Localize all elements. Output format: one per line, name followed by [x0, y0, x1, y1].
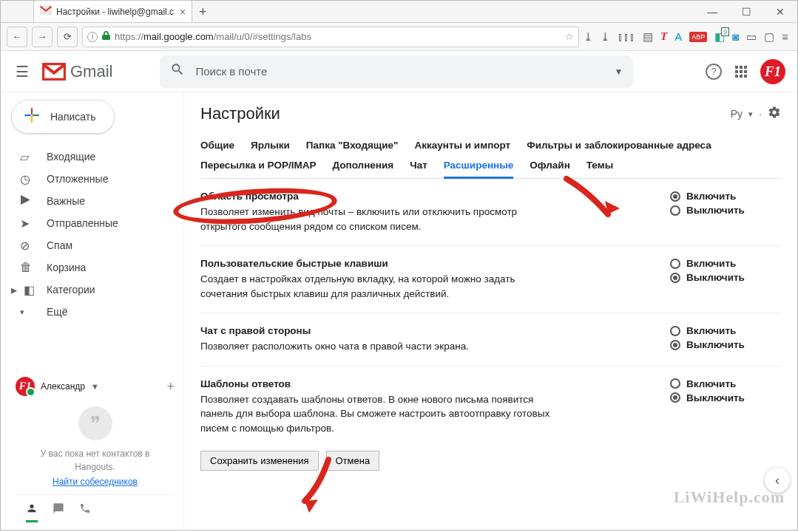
t-extension-icon[interactable]: T	[660, 30, 667, 43]
new-tab-button[interactable]: +	[192, 1, 213, 22]
important-icon: ⯈	[20, 194, 35, 208]
language-caret-icon[interactable]: ▾	[748, 109, 753, 119]
tab-offline[interactable]: Офлайн	[530, 160, 570, 178]
hangouts-dropdown-icon[interactable]: ▼	[91, 382, 99, 391]
clip-extension-icon[interactable]: ▢	[764, 30, 774, 44]
setting-title: Шаблоны ответов	[200, 378, 552, 389]
setting-row: Чат с правой стороны Позволяет расположи…	[200, 313, 781, 366]
sidebar-item-trash[interactable]: 🗑 Корзина	[7, 256, 183, 279]
nav-back-button[interactable]: ←	[7, 27, 27, 47]
abp-extension-icon[interactable]: ABP	[689, 32, 707, 42]
inbox-icon: ▱	[20, 150, 35, 164]
radio-disable[interactable]: Выключить	[670, 205, 781, 216]
site-info-icon[interactable]: i	[87, 32, 98, 42]
sidebar-item-inbox[interactable]: ▱ Входящие	[7, 146, 183, 168]
trash-icon: 🗑	[20, 261, 35, 274]
sidebar-item-important[interactable]: ⯈ Важные	[7, 190, 183, 212]
sidebar-item-categories[interactable]: ▸ ◧ Категории	[7, 279, 183, 301]
setting-desc: Создает в настройках отдельную вкладку, …	[200, 272, 552, 301]
gmail-logo-text: Gmail	[70, 62, 112, 81]
radio-disable[interactable]: Выключить	[670, 272, 781, 283]
nav-reload-button[interactable]: ⟳	[57, 27, 78, 47]
window-minimize-button[interactable]: —	[695, 1, 729, 23]
window-close-button[interactable]: ✕	[763, 1, 797, 23]
radio-icon	[670, 273, 680, 283]
tab-addons[interactable]: Дополнения	[332, 160, 393, 178]
spam-icon: ⊘	[20, 239, 35, 253]
window-maximize-button[interactable]: ☐	[729, 1, 763, 23]
search-input[interactable]: Поиск в почте	[195, 65, 603, 78]
setting-row: Пользовательские быстрые клавиши Создает…	[200, 246, 781, 313]
settings-main: Настройки Ру ▾ · Общие Ярлыки Папка "Вхо…	[184, 92, 797, 530]
cancel-button[interactable]: Отмена	[326, 451, 380, 471]
apps-grid-icon[interactable]	[735, 66, 747, 78]
tab-general[interactable]: Общие	[200, 140, 234, 151]
tab-chat[interactable]: Чат	[410, 160, 427, 178]
puzzle-extension-icon[interactable]: ◧	[714, 30, 725, 44]
setting-desc: Позволяет расположить окно чата в правой…	[200, 339, 552, 354]
library-icon[interactable]: ⫿⫿⫿	[618, 30, 635, 43]
browser-menu-icon[interactable]: ≡	[782, 30, 788, 43]
tab-filters[interactable]: Фильтры и заблокированные адреса	[527, 140, 711, 151]
app-header: ☰ Gmail Поиск в почте ▼ ? F1	[1, 51, 797, 92]
search-box[interactable]: Поиск в почте ▼	[160, 55, 633, 88]
hangouts-calls-tab[interactable]	[79, 502, 91, 522]
tab-themes[interactable]: Темы	[586, 160, 613, 178]
hangouts-find-link[interactable]: Найти собеседников	[16, 477, 175, 487]
gear-icon[interactable]	[768, 106, 781, 123]
tab-accounts[interactable]: Аккаунты и импорт	[414, 140, 510, 151]
sidebar-item-more[interactable]: ▾ Ещё	[7, 301, 183, 323]
hangouts-contacts-tab[interactable]	[26, 502, 38, 522]
hangouts-new-chat-button[interactable]: +	[166, 379, 175, 395]
download-icon-2[interactable]: ⤓	[601, 30, 610, 44]
tab-advanced[interactable]: Расширенные	[444, 160, 514, 179]
hangouts-empty-message: У вас пока нет контактов в Hangouts.	[16, 448, 175, 474]
tab-forwarding[interactable]: Пересылка и POP/IMAP	[200, 160, 316, 178]
help-icon[interactable]: ?	[706, 64, 722, 80]
compose-plus-icon	[22, 106, 41, 128]
download-icon[interactable]: ⤓	[584, 30, 593, 44]
radio-enable[interactable]: Включить	[670, 258, 781, 269]
url-bar[interactable]: i https://mail.google.com/mail/u/0/#sett…	[82, 27, 579, 47]
tab-close-icon[interactable]: ×	[180, 6, 186, 18]
radio-icon	[670, 378, 680, 389]
search-icon	[170, 62, 185, 81]
radio-enable[interactable]: Включить	[670, 191, 781, 202]
sidebar-item-sent[interactable]: ➤ Отправленные	[7, 212, 183, 234]
account-avatar[interactable]: F1	[760, 59, 785, 84]
main-menu-button[interactable]: ☰	[13, 60, 32, 83]
bookmark-star-icon[interactable]: ☆	[565, 31, 574, 42]
radio-icon	[670, 392, 680, 403]
save-button[interactable]: Сохранить изменения	[200, 451, 319, 471]
gmail-favicon	[40, 6, 52, 18]
language-label[interactable]: Ру	[731, 108, 743, 120]
nav-forward-button[interactable]: →	[32, 27, 53, 47]
radio-icon	[670, 259, 680, 269]
doc-extension-icon[interactable]: ▭	[746, 30, 757, 44]
hangouts-chats-tab[interactable]	[53, 502, 64, 522]
sidebar-item-spam[interactable]: ⊘ Спам	[7, 234, 183, 256]
categories-icon: ▸ ◧	[11, 283, 26, 297]
browser-tab[interactable]: Настройки - liwihelp@gmail.c ×	[33, 0, 192, 22]
reader-icon[interactable]: ▤	[643, 30, 653, 44]
radio-disable[interactable]: Выключить	[670, 339, 781, 350]
sidebar-item-snoozed[interactable]: ◷ Отложенные	[7, 168, 183, 190]
camera-extension-icon[interactable]: ◙	[732, 30, 739, 43]
sidebar: Написать ▱ Входящие ◷ Отложенные ⯈ Важны…	[1, 92, 184, 530]
page-title: Настройки	[200, 104, 280, 123]
search-options-dropdown[interactable]: ▼	[615, 66, 623, 77]
tab-inbox[interactable]: Папка "Входящие"	[306, 140, 399, 151]
settings-tabs-row1: Общие Ярлыки Папка "Входящие" Аккаунты и…	[200, 140, 781, 151]
gmail-logo[interactable]: Gmail	[42, 62, 112, 81]
radio-enable[interactable]: Включить	[670, 378, 781, 389]
browser-tab-title: Настройки - liwihelp@gmail.c	[56, 7, 174, 17]
tab-labels[interactable]: Ярлыки	[251, 140, 290, 151]
compose-button[interactable]: Написать	[11, 100, 115, 134]
send-icon: ➤	[20, 216, 35, 231]
radio-icon	[670, 340, 680, 350]
a-extension-icon[interactable]: А	[674, 30, 682, 43]
radio-disable[interactable]: Выключить	[670, 392, 781, 403]
hangouts-avatar[interactable]: F1	[16, 377, 35, 396]
gmail-logo-icon	[42, 63, 66, 81]
radio-enable[interactable]: Включить	[670, 325, 781, 336]
